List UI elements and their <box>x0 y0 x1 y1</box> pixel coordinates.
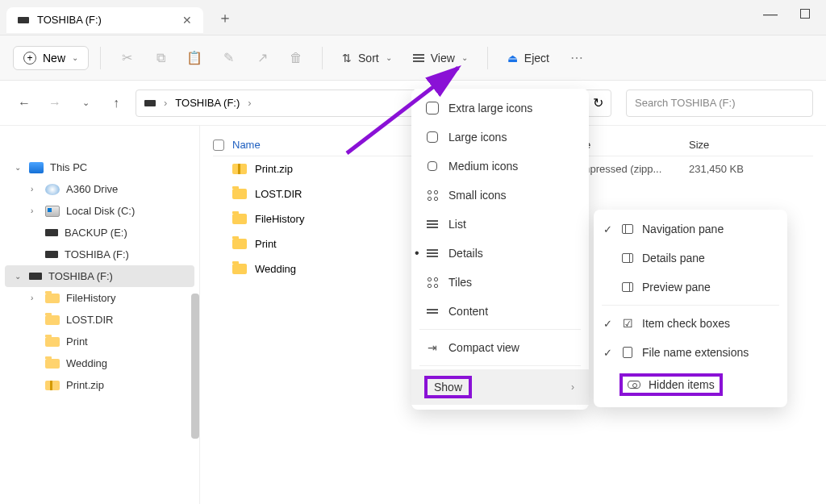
view-option-compact[interactable]: ⇥Compact view <box>411 333 589 362</box>
drive-icon <box>45 229 58 236</box>
show-option-hidden[interactable]: Hidden items <box>594 367 787 402</box>
eject-button[interactable]: ⏏ Eject <box>499 47 557 69</box>
view-icon <box>413 54 424 62</box>
zip-icon <box>232 164 247 174</box>
scrollbar[interactable] <box>191 294 199 439</box>
sidebar-item-a360[interactable]: › A360 Drive <box>0 178 199 200</box>
sidebar-item-local-c[interactable]: › Local Disk (C:) <box>0 200 199 222</box>
show-option-nav-pane[interactable]: ✓Navigation pane <box>594 215 787 244</box>
view-button[interactable]: View ⌄ <box>405 47 476 69</box>
sidebar-item-backup-e[interactable]: BACKUP (E:) <box>0 222 199 244</box>
sidebar-label: This PC <box>50 161 87 173</box>
show-highlight: Show <box>426 377 470 397</box>
disk-icon <box>45 206 60 217</box>
folder-icon <box>232 214 247 224</box>
maximize-button[interactable] <box>800 9 810 19</box>
show-option-preview-pane[interactable]: Preview pane <box>594 273 787 302</box>
new-tab-button[interactable]: ＋ <box>218 8 232 27</box>
sort-button[interactable]: ⇅ Sort ⌄ <box>334 47 400 69</box>
sidebar-item-toshiba-active[interactable]: ⌄ TOSHIBA (F:) <box>5 265 194 287</box>
view-option-details[interactable]: •Details <box>411 239 589 268</box>
view-option-content[interactable]: Content <box>411 297 589 326</box>
show-option-file-ext[interactable]: ✓File name extensions <box>594 338 787 367</box>
sidebar-label: FileHistory <box>66 292 115 304</box>
select-all-checkbox[interactable] <box>213 140 224 151</box>
drive-icon <box>29 273 42 280</box>
folder-icon <box>232 239 247 249</box>
delete-button[interactable]: 🗑 <box>282 44 311 73</box>
address-sep: › <box>164 97 167 109</box>
check-icon: ✓ <box>603 347 612 359</box>
a360-icon <box>45 184 60 195</box>
rename-button[interactable]: ✎ <box>214 44 243 73</box>
show-option-checkboxes[interactable]: ✓☑Item check boxes <box>594 309 787 338</box>
sort-label: Sort <box>358 52 379 65</box>
close-tab-icon[interactable]: ✕ <box>182 14 192 27</box>
cut-button[interactable]: ✂ <box>112 44 141 73</box>
sidebar-label: Print <box>66 335 88 348</box>
file-size: 231,450 KB <box>689 163 770 175</box>
sidebar-label: Print.zip <box>66 379 104 391</box>
eject-label: Eject <box>524 52 549 65</box>
drive-icon <box>144 100 156 106</box>
file-name: Print <box>255 238 277 250</box>
recent-button[interactable]: ⌄ <box>74 92 97 115</box>
file-name: LOST.DIR <box>255 188 302 200</box>
forward-button[interactable]: → <box>44 92 66 115</box>
zip-icon <box>45 381 60 390</box>
col-name[interactable]: Name <box>232 139 261 151</box>
view-option-tiles[interactable]: Tiles <box>411 268 589 297</box>
sidebar-label: Wedding <box>66 357 107 369</box>
view-dropdown: Extra large icons Large icons Medium ico… <box>411 89 589 410</box>
file-name: FileHistory <box>255 213 304 225</box>
chevron-right-icon[interactable]: › <box>31 294 39 302</box>
sidebar-label: A360 Drive <box>66 183 118 195</box>
chevron-right-icon[interactable]: › <box>31 206 39 215</box>
view-option-xlarge[interactable]: Extra large icons <box>411 94 589 123</box>
sort-icon: ⇅ <box>342 52 352 65</box>
new-button[interactable]: + New ⌄ <box>13 46 89 70</box>
paste-button[interactable]: 📋 <box>180 44 209 73</box>
chevron-down-icon: ⌄ <box>72 53 78 62</box>
drive-icon <box>45 251 58 258</box>
folder-icon <box>45 315 60 325</box>
view-option-list[interactable]: List <box>411 210 589 239</box>
sidebar-item-filehistory[interactable]: › FileHistory <box>0 287 199 309</box>
view-option-medium[interactable]: Medium icons <box>411 152 589 181</box>
minimize-button[interactable]: ― <box>763 6 778 23</box>
chevron-down-icon[interactable]: ⌄ <box>15 272 23 281</box>
col-size[interactable]: Size <box>689 139 770 151</box>
sidebar-item-lostdir[interactable]: LOST.DIR <box>0 309 199 331</box>
sidebar-item-wedding[interactable]: Wedding <box>0 352 199 374</box>
plus-icon: + <box>23 52 36 65</box>
drive-icon <box>18 17 29 23</box>
sidebar-item-print[interactable]: Print <box>0 331 199 352</box>
file-name: Print.zip <box>255 163 293 175</box>
up-button[interactable]: ↑ <box>105 92 127 115</box>
back-button[interactable]: ← <box>13 92 35 115</box>
sidebar-item-this-pc[interactable]: ⌄ This PC <box>0 156 199 178</box>
copy-button[interactable]: ⧉ <box>146 44 175 73</box>
chevron-down-icon: ⌄ <box>461 53 468 62</box>
chevron-down-icon[interactable]: ⌄ <box>15 163 23 172</box>
show-option-details-pane[interactable]: Details pane <box>594 244 787 273</box>
sidebar-label: TOSHIBA (F:) <box>65 248 129 260</box>
window-controls: ― <box>763 9 826 26</box>
sidebar-item-printzip[interactable]: Print.zip <box>0 374 199 396</box>
sidebar-item-toshiba-f[interactable]: TOSHIBA (F:) <box>0 244 199 265</box>
share-button[interactable]: ↗ <box>248 44 277 73</box>
view-option-show[interactable]: Show › <box>411 369 589 405</box>
view-option-large[interactable]: Large icons <box>411 123 589 152</box>
view-option-small[interactable]: Small icons <box>411 181 589 210</box>
sidebar-label: TOSHIBA (F:) <box>48 270 113 282</box>
chevron-right-icon[interactable]: › <box>31 185 39 194</box>
show-submenu: ✓Navigation pane Details pane Preview pa… <box>594 210 787 407</box>
title-bar: TOSHIBA (F:) ✕ ＋ ― <box>0 0 826 35</box>
search-input[interactable]: Search TOSHIBA (F:) <box>626 90 813 117</box>
window-tab[interactable]: TOSHIBA (F:) ✕ <box>6 7 203 33</box>
address-path: TOSHIBA (F:) <box>175 97 240 109</box>
sidebar-label: Local Disk (C:) <box>66 205 135 217</box>
more-button[interactable]: ⋯ <box>562 44 591 73</box>
folder-icon <box>45 337 60 347</box>
toolbar: + New ⌄ ✂ ⧉ 📋 ✎ ↗ 🗑 ⇅ Sort ⌄ View ⌄ ⏏ Ej… <box>0 35 826 81</box>
